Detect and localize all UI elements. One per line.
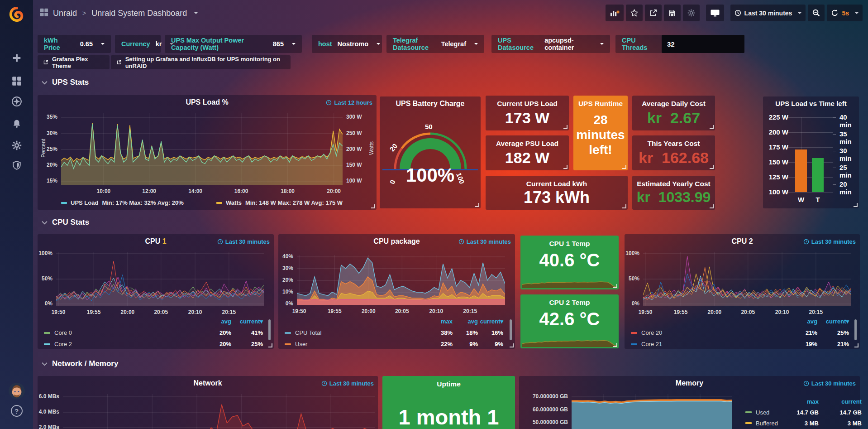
legend-sort-header[interactable]: avg (453, 318, 478, 325)
star-button[interactable] (626, 5, 643, 21)
panel-ups-runtime: UPS Runtime 28minutesleft! (573, 96, 628, 170)
legend-sort-header[interactable]: max (427, 318, 453, 325)
cpu-threads-input[interactable] (662, 35, 744, 53)
zoom-out-button[interactable] (808, 5, 825, 21)
stat-title[interactable]: Estimated Yearly Cost (632, 180, 715, 188)
time-override[interactable]: Last 30 minutes (803, 238, 856, 245)
stat-title[interactable]: This Years Cost (632, 140, 715, 148)
stat-title[interactable]: UPS Runtime (573, 100, 628, 108)
save-button[interactable] (664, 5, 681, 21)
tick-label: T (816, 196, 820, 203)
dashboards-grid-icon[interactable] (39, 8, 48, 19)
legend-series-label[interactable]: Core 21 (631, 341, 786, 347)
time-range-picker[interactable]: Last 30 minutes (730, 5, 806, 21)
panel-estimated-yearly-cost: Estimated Yearly Cost kr 1033.99 (632, 176, 715, 210)
refresh-interval[interactable]: 5s (842, 10, 849, 17)
stat-title[interactable]: CPU 2 Temp (520, 299, 619, 307)
configuration-gear-icon[interactable] (0, 140, 33, 151)
tick-label: 20:00 (362, 308, 376, 314)
legend-sort-header[interactable]: max (778, 398, 819, 405)
dashboards-icon[interactable] (0, 75, 33, 87)
load-time-bar-gauge[interactable] (793, 117, 826, 192)
battery-gauge[interactable] (380, 96, 481, 208)
section-ups-stats[interactable]: UPS Stats (42, 78, 89, 87)
stat-title[interactable]: Average Daily Cost (632, 100, 715, 108)
stat-title[interactable]: Average PSU Load (486, 140, 569, 148)
legend-series-label[interactable]: Core 20 (631, 329, 786, 336)
time-override[interactable]: Last 30 minutes (217, 238, 270, 245)
stat-title[interactable]: Current Load kWh (486, 180, 628, 188)
network-chart[interactable] (63, 394, 375, 429)
panel-title[interactable]: UPS Load vs Time left (763, 100, 859, 107)
breadcrumb-root[interactable]: Unraid (53, 9, 77, 18)
panel-uptime: Uptime 1 month 1 (382, 376, 515, 429)
section-cpu-stats[interactable]: CPU Stats (42, 218, 89, 227)
time-override[interactable]: Last 30 minutes (803, 380, 856, 387)
refresh-button[interactable]: 5s (827, 5, 863, 21)
stat-title[interactable]: Current UPS Load (486, 100, 569, 108)
settings-gear-button[interactable] (683, 5, 700, 21)
legend-sort-header[interactable]: avg (786, 318, 817, 325)
tick-label: 30 min (839, 147, 859, 162)
tick-label: 60.000000 GB (533, 406, 568, 413)
variable-kwh-price[interactable]: kWh Price0.65 (38, 35, 111, 53)
legend-sort-header[interactable]: current (819, 398, 862, 405)
time-override[interactable]: Last 30 minutes (321, 380, 374, 387)
legend-scrollbar[interactable] (854, 319, 857, 340)
external-link-icon (116, 59, 122, 65)
share-button[interactable] (645, 5, 662, 21)
link-ups-monitoring-guide[interactable]: Setting up Grafana and InfluxDB for UPS … (111, 55, 291, 69)
series-swatch (745, 422, 752, 424)
legend-series-label[interactable]: Core 2 (44, 341, 200, 347)
legend-sort-header[interactable]: current▾ (817, 318, 849, 325)
variable-ups-max-output[interactable]: UPS Max Output Power Capacity (Watt)865 (165, 35, 302, 53)
legend-value: 22% (427, 341, 453, 347)
memory-chart[interactable] (572, 394, 732, 429)
tv-cycle-button[interactable] (706, 5, 724, 21)
bar-W[interactable] (795, 149, 807, 192)
stat-title[interactable]: Uptime (382, 380, 515, 388)
time-override[interactable]: Last 30 minutes (458, 238, 511, 245)
tick-label: 0% (286, 300, 293, 307)
tick-label: 19:55 (674, 309, 688, 315)
cpu2-chart[interactable] (643, 252, 851, 306)
legend-series-label[interactable]: CPU Total (285, 329, 427, 336)
variable-host[interactable]: hostNostromo (312, 35, 382, 53)
add-panel-button[interactable] (606, 5, 624, 21)
link-grafana-plex-theme[interactable]: Grafana Plex Theme (38, 55, 110, 69)
legend-series-label[interactable]: User (285, 341, 427, 347)
cpu1-chart[interactable] (56, 252, 264, 306)
time-override[interactable]: Last 12 hours (326, 99, 372, 106)
alerting-bell-icon[interactable] (0, 118, 33, 130)
cpu-package-chart[interactable] (297, 255, 505, 305)
tick-label: 14:00 (188, 188, 202, 194)
series-swatch (61, 202, 67, 204)
variable-telegraf-datasource[interactable]: Telegraf DatasourceTelegraf (386, 35, 484, 53)
section-network-memory[interactable]: Network / Memory (42, 359, 118, 368)
legend-series-label[interactable]: Used (745, 409, 778, 416)
bar-T[interactable] (812, 158, 824, 192)
ups-load-chart[interactable] (61, 113, 343, 185)
variable-currency[interactable]: Currencykr (115, 35, 161, 53)
legend-value: 9% (453, 341, 478, 347)
explore-compass-icon[interactable] (0, 96, 33, 107)
help-icon[interactable]: ? (0, 405, 33, 417)
stat-title[interactable]: CPU 1 Temp (520, 240, 619, 248)
variable-ups-datasource[interactable]: UPS Datasourceapcupsd-container (491, 35, 610, 53)
legend-series-label[interactable]: Buffered (745, 420, 778, 427)
legend-sort-header[interactable]: current▾ (231, 318, 263, 325)
legend-sort-header[interactable]: current▾ (478, 318, 503, 325)
breadcrumb-current[interactable]: Unraid System Dashboard (91, 9, 187, 18)
chevron-down-icon[interactable] (194, 12, 198, 14)
legend-item[interactable]: WattsMin: 148 W Max: 278 W Avg: 175 W (216, 199, 343, 206)
legend-scrollbar[interactable] (268, 319, 271, 340)
legend-item[interactable]: UPS LoadMin: 17% Max: 32% Avg: 20% (61, 199, 184, 206)
create-plus-icon[interactable] (0, 52, 33, 64)
legend-series-label[interactable]: Core 0 (44, 329, 200, 336)
legend-sort-header[interactable]: avg (200, 318, 231, 325)
tick-label: 200 W (769, 128, 788, 136)
server-admin-shield-icon[interactable] (0, 159, 33, 171)
user-avatar[interactable] (0, 383, 33, 399)
legend-scrollbar[interactable] (510, 319, 512, 340)
grafana-logo-icon[interactable] (0, 4, 33, 25)
